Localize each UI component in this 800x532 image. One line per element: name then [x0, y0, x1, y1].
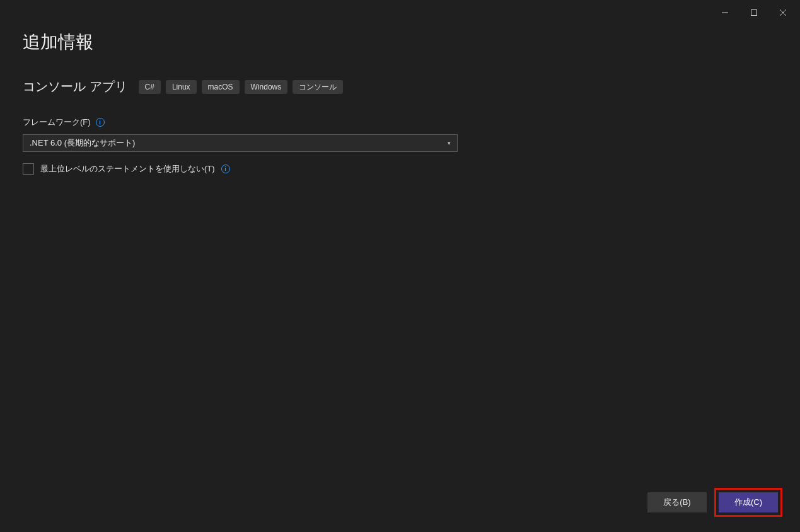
info-icon[interactable]: i: [221, 165, 230, 173]
top-level-statements-checkbox[interactable]: [23, 163, 34, 175]
tag-windows: Windows: [245, 80, 288, 94]
footer-buttons: 戻る(B) 作成(C): [647, 488, 782, 517]
framework-label-row: フレームワーク(F) i: [23, 117, 777, 128]
framework-label: フレームワーク(F): [23, 117, 91, 128]
top-level-statements-row: 最上位レベルのステートメントを使用しない(T) i: [23, 163, 777, 175]
back-button[interactable]: 戻る(B): [647, 492, 707, 512]
framework-dropdown[interactable]: .NET 6.0 (長期的なサポート) ▾: [23, 134, 458, 152]
framework-selected-value: .NET 6.0 (長期的なサポート): [30, 137, 135, 149]
tag-linux: Linux: [166, 80, 197, 94]
create-button[interactable]: 作成(C): [719, 492, 778, 512]
maximize-button[interactable]: [739, 3, 768, 23]
project-tags: C# Linux macOS Windows コンソール: [139, 80, 344, 94]
close-button[interactable]: [768, 3, 797, 23]
svg-rect-1: [751, 10, 757, 16]
create-button-highlight: 作成(C): [714, 488, 782, 517]
tag-macos: macOS: [202, 80, 240, 94]
project-type-title: コンソール アプリ: [23, 78, 127, 95]
tag-console: コンソール: [293, 80, 343, 94]
project-type-row: コンソール アプリ C# Linux macOS Windows コンソール: [23, 78, 777, 95]
chevron-down-icon: ▾: [448, 140, 451, 146]
page-title: 追加情報: [23, 30, 777, 54]
minimize-button[interactable]: [710, 3, 739, 23]
titlebar: [0, 0, 800, 25]
info-icon[interactable]: i: [96, 118, 105, 127]
tag-csharp: C#: [139, 80, 161, 94]
top-level-statements-label: 最上位レベルのステートメントを使用しない(T): [40, 163, 215, 175]
